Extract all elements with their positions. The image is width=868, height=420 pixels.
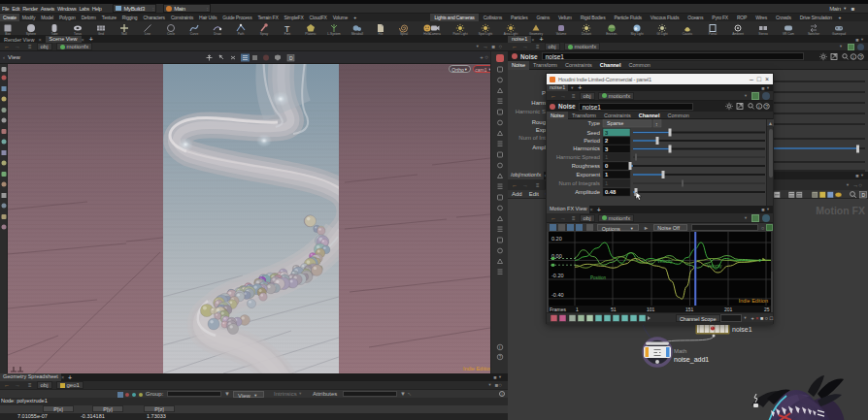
svg-text:Harmonics: Harmonics xyxy=(573,145,600,151)
svg-text:Harmonic S: Harmonic S xyxy=(516,109,546,114)
svg-text:Num of Int: Num of Int xyxy=(518,135,546,141)
svg-text:noise_add1: noise_add1 xyxy=(674,356,709,364)
svg-text:Roughness: Roughness xyxy=(572,163,600,169)
svg-text:Indie Edition: Indie Edition xyxy=(739,298,768,304)
svg-text:i: i xyxy=(852,53,853,59)
svg-text:Velocity: Velocity xyxy=(707,264,722,269)
svg-text:D: D xyxy=(289,55,293,61)
svg-text:0: 0 xyxy=(605,163,608,169)
svg-text:Roug: Roug xyxy=(532,119,546,125)
svg-text:0.48: 0.48 xyxy=(605,189,617,195)
svg-text:-0.40: -0.40 xyxy=(551,292,564,298)
svg-text:Period: Period xyxy=(584,138,600,144)
svg-text:Seed: Seed xyxy=(586,130,600,136)
svg-text:1: 1 xyxy=(605,154,608,160)
svg-text:Exp: Exp xyxy=(536,127,547,133)
svg-text:Velocity: Velocity xyxy=(657,259,673,264)
svg-text:Math: Math xyxy=(674,348,686,354)
svg-text:i: i xyxy=(758,104,759,110)
svg-text:?: ? xyxy=(765,104,768,110)
svg-text:Amplitude: Amplitude xyxy=(575,189,600,195)
svg-text:1: 1 xyxy=(605,180,608,186)
svg-text:-0.20: -0.20 xyxy=(551,273,564,278)
svg-text:Type: Type xyxy=(587,120,600,126)
svg-text:↕: ↕ xyxy=(655,121,658,127)
svg-text:Ampl: Ampl xyxy=(532,145,546,150)
svg-text:?: ? xyxy=(859,53,862,59)
svg-text:Harm: Harm xyxy=(531,100,546,106)
svg-text:i: i xyxy=(499,345,500,350)
svg-text:Exponent: Exponent xyxy=(577,172,601,178)
svg-text:0.20: 0.20 xyxy=(551,236,562,242)
svg-text:D: D xyxy=(862,192,866,198)
svg-text:Num of Integrals: Num of Integrals xyxy=(558,180,600,186)
svg-text:Position: Position xyxy=(590,275,607,280)
svg-text:noise1: noise1 xyxy=(732,326,752,333)
svg-text:Sparse: Sparse xyxy=(607,120,623,126)
svg-text:Harmonic Spread: Harmonic Spread xyxy=(556,154,600,160)
svg-text:2: 2 xyxy=(605,138,608,144)
